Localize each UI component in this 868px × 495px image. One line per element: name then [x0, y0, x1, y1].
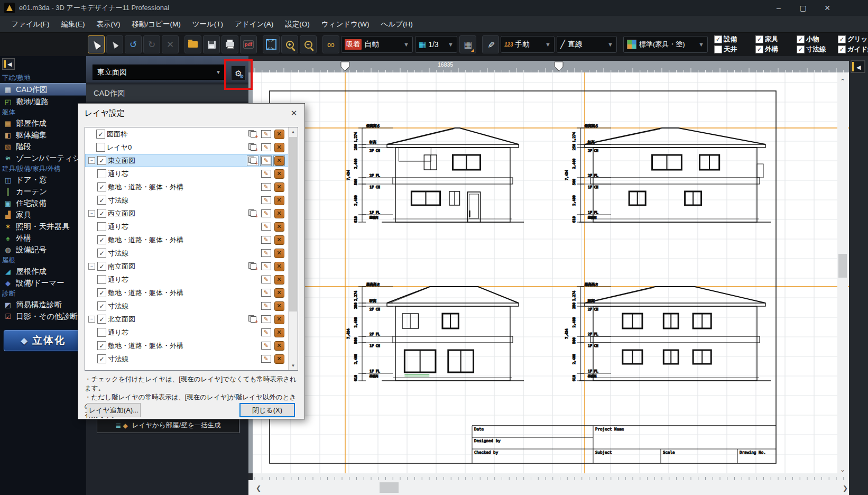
toggle-1[interactable]: ✓家具	[755, 34, 795, 44]
delete-layer-button[interactable]: ✕	[273, 261, 285, 272]
grid-setting-button[interactable]: ▦	[459, 35, 476, 53]
sidebar-item-2-2[interactable]: ▣住宅設備	[0, 197, 86, 209]
select-tool-button[interactable]	[88, 35, 105, 53]
sidebar-item-2-3[interactable]: ▟家具	[0, 209, 86, 221]
sidebar-item-2-5[interactable]: ♠外構	[0, 232, 86, 244]
layer-checkbox-checked[interactable]: ✓	[97, 235, 106, 244]
sidebar-item-3-0[interactable]: ◢屋根作成	[0, 265, 86, 277]
sidebar-item-3-1[interactable]: ◆設備/ドーマー	[0, 277, 86, 289]
scroll-up-icon[interactable]: ▲	[289, 127, 298, 136]
menu-item-7[interactable]: ウィンドウ(W)	[316, 16, 375, 33]
copy-layer-button[interactable]: +	[247, 261, 258, 272]
layer-checkbox-unchecked[interactable]	[97, 275, 106, 284]
render-style-combo[interactable]: 標準(家具・塗) ▼	[623, 36, 708, 53]
layer-row[interactable]: レイヤ0 + ✎ ✕	[85, 141, 298, 154]
layer-checkbox-checked[interactable]: ✓	[96, 130, 105, 139]
layer-row[interactable]: −✓西立面図 + ✎ ✕	[85, 207, 298, 220]
minimize-button[interactable]: –	[767, 0, 791, 16]
sidebar-item-0-0[interactable]: ▦CAD作図	[0, 83, 86, 96]
edit-layer-button[interactable]: ✎	[260, 261, 272, 272]
copy-layer-button[interactable]: +	[247, 208, 258, 219]
sidebar-item-2-6[interactable]: ◍設備記号	[0, 244, 86, 255]
sidebar-item-1-1[interactable]: ◧躯体編集	[0, 129, 86, 141]
delete-layer-button[interactable]: ✕	[273, 208, 285, 219]
sidebar-item-4-1[interactable]: ☑日影・その他診断	[0, 310, 86, 322]
layer-checkbox-checked[interactable]: ✓	[97, 262, 106, 271]
collapse-group-icon[interactable]: −	[88, 263, 95, 270]
continuous-input-button[interactable]: ∞	[322, 35, 339, 53]
edit-layer-button[interactable]: ✎	[260, 195, 272, 206]
layer-checkbox-checked[interactable]: ✓	[97, 315, 106, 324]
save-button[interactable]	[203, 35, 220, 53]
layer-checkbox-checked[interactable]: ✓	[97, 156, 106, 165]
line-type-combo[interactable]: ╱ 直線 ▼	[557, 36, 617, 53]
fit-view-button[interactable]	[263, 35, 280, 53]
delete-layer-button[interactable]: ✕	[273, 235, 285, 245]
delete-layer-button[interactable]: ✕	[273, 288, 285, 298]
add-layer-button[interactable]: レイヤ追加(A)...	[87, 403, 141, 417]
layer-row[interactable]: 通り芯 + ✎ ✕	[85, 326, 298, 339]
sidebar-item-4-0[interactable]: ◩簡易構造診断	[0, 299, 86, 310]
edit-layer-button[interactable]: ✎	[260, 155, 272, 166]
dialog-close-icon[interactable]: ✕	[283, 104, 304, 123]
toggle-0[interactable]: ✓設備	[714, 34, 753, 44]
sidebar-item-2-4[interactable]: ✶照明・天井器具	[0, 221, 86, 232]
collapse-group-icon[interactable]: −	[88, 210, 95, 217]
copy-layer-button[interactable]: +	[247, 142, 258, 153]
edit-layer-button[interactable]: ✎	[260, 327, 272, 338]
print-button[interactable]	[221, 35, 238, 53]
redo-button[interactable]: ↻	[143, 35, 160, 53]
edit-layer-button[interactable]: ✎	[260, 354, 272, 364]
sidebar-item-2-1[interactable]: ║カーテン	[0, 186, 86, 197]
cad-canvas[interactable]: DateDesigned byChecked byProject NameSub…	[248, 56, 868, 495]
layer-checkbox-unchecked[interactable]	[97, 222, 106, 231]
layer-row[interactable]: −✓北立面図 + ✎ ✕	[85, 313, 298, 326]
menu-item-8[interactable]: ヘルプ(H)	[375, 16, 419, 33]
delete-layer-button[interactable]: ✕	[273, 169, 285, 179]
menu-item-4[interactable]: ツール(T)	[187, 16, 229, 33]
menu-item-5[interactable]: アドイン(A)	[229, 16, 279, 33]
layer-row[interactable]: 通り芯 + ✎ ✕	[85, 167, 298, 180]
export-pdf-button[interactable]: pdf	[240, 35, 257, 53]
sidebar-item-1-2[interactable]: ▧階段	[0, 141, 86, 152]
edit-layer-button[interactable]: ✎	[260, 222, 272, 232]
undo-button[interactable]: ↺	[125, 35, 142, 53]
layer-row[interactable]: ✓図面枠 + ✎ ✕	[85, 127, 298, 141]
layer-row[interactable]: 通り芯 + ✎ ✕	[85, 273, 298, 286]
layer-row[interactable]: ✓敷地・道路・躯体・外構 + ✎ ✕	[85, 233, 298, 246]
delete-layer-button[interactable]: ✕	[273, 301, 285, 311]
layer-checkbox-unchecked[interactable]	[96, 143, 105, 152]
layer-row[interactable]: ✓寸法線 + ✎ ✕	[85, 299, 298, 313]
edit-layer-button[interactable]: ✎	[260, 235, 272, 245]
edit-layer-button[interactable]: ✎	[260, 341, 272, 351]
numeric-input-combo[interactable]: 123 手動 ▼	[501, 36, 555, 53]
layer-checkbox-checked[interactable]: ✓	[97, 196, 106, 205]
layer-list-scrollbar[interactable]: ▲ ▼	[288, 127, 298, 370]
toggle-6[interactable]: ✓寸法線	[797, 44, 836, 54]
edit-layer-button[interactable]: ✎	[260, 301, 272, 311]
layer-row[interactable]: −✓東立面図 + ✎ ✕	[85, 154, 298, 167]
copy-layer-button[interactable]: +	[247, 129, 258, 140]
maximize-button[interactable]: ▢	[791, 0, 815, 16]
delete-layer-button[interactable]: ✕	[273, 195, 285, 206]
toggle-4[interactable]: 天井	[714, 44, 753, 54]
edit-layer-button[interactable]: ✎	[260, 248, 272, 259]
sidebar-collapse-button[interactable]: ◀	[2, 58, 15, 70]
edit-layer-button[interactable]: ✎	[260, 142, 272, 153]
menu-item-0[interactable]: ファイル(F)	[5, 16, 56, 33]
layer-checkbox-checked[interactable]: ✓	[97, 301, 106, 310]
layer-checkbox-checked[interactable]: ✓	[97, 288, 106, 297]
layer-row[interactable]: ✓敷地・道路・躯体・外構 + ✎ ✕	[85, 180, 298, 194]
delete-layer-button[interactable]: ✕	[273, 341, 285, 351]
scroll-thumb[interactable]	[289, 137, 297, 311]
scroll-down-icon[interactable]: ▼	[289, 361, 298, 370]
multi-select-button[interactable]	[106, 35, 123, 53]
sidebar-item-1-0[interactable]: ▤部屋作成	[0, 117, 86, 129]
layer-row[interactable]: ✓寸法線 + ✎ ✕	[85, 194, 298, 207]
layer-checkbox-checked[interactable]: ✓	[97, 182, 106, 191]
close-button[interactable]: ✕	[815, 0, 839, 16]
menu-item-3[interactable]: 移動/コピー(M)	[126, 16, 187, 33]
menu-item-1[interactable]: 編集(E)	[56, 16, 91, 33]
sidebar-item-0-1[interactable]: ◰敷地/道路	[0, 96, 86, 107]
edit-layer-button[interactable]: ✎	[260, 274, 272, 285]
